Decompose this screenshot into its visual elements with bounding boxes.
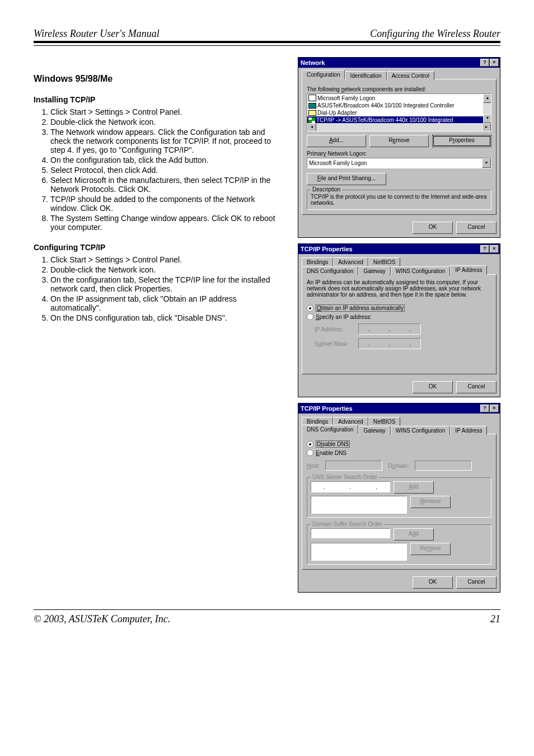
- tab-dns[interactable]: DNS Configuration: [302, 266, 358, 275]
- help-icon[interactable]: ?: [480, 245, 489, 253]
- dns-server-input: ...: [311, 481, 390, 492]
- step: Select Protocol, then click Add.: [50, 166, 281, 175]
- step: On the IP assignment tab, click "Obtain …: [50, 294, 281, 312]
- adapter-icon: [308, 103, 316, 109]
- rule-thick: [34, 41, 500, 43]
- network-dialog: Network ? × Configuration Identification…: [298, 57, 500, 238]
- host-label: Host:: [307, 463, 320, 469]
- step: The System Setting Change window appears…: [50, 214, 281, 232]
- scroll-down-icon[interactable]: ▾: [483, 114, 491, 123]
- ok-button[interactable]: OK: [413, 381, 453, 393]
- step: Click Start > Settings > Control Panel.: [50, 107, 281, 116]
- properties-button[interactable]: Properties: [432, 135, 491, 147]
- list-item[interactable]: Microsoft Family Logon: [307, 94, 491, 102]
- primary-logon-label: Primary Network Logon:: [307, 151, 491, 157]
- tcpip-ip-dialog: TCP/IP Properties ? × Bindings Advanced …: [298, 243, 500, 397]
- titlebar: TCP/IP Properties ? ×: [298, 244, 500, 254]
- titlebar: TCP/IP Properties ? ×: [298, 403, 500, 414]
- heading-os: Windows 95/98/Me: [34, 74, 281, 84]
- heading-install: Installing TCP/IP: [34, 95, 281, 104]
- description-text: TCP/IP is the protocol you use to connec…: [311, 194, 488, 206]
- remove-button[interactable]: Remove: [369, 135, 429, 147]
- tab-configuration[interactable]: Configuration: [302, 70, 345, 79]
- host-input: [325, 461, 382, 471]
- scrollbar-horizontal[interactable]: ◂ ▸: [307, 123, 491, 131]
- tab-dns[interactable]: DNS Configuration: [302, 425, 358, 434]
- add-button[interactable]: Add...: [307, 135, 366, 147]
- suffix-list: [311, 543, 407, 561]
- header-left: Wireless Router User's Manual: [34, 28, 160, 40]
- tab-wins[interactable]: WINS Configuration: [391, 426, 450, 435]
- radio-auto-ip[interactable]: [307, 305, 313, 312]
- dns-add-button: Add: [394, 481, 434, 494]
- tab-gateway[interactable]: Gateway: [358, 266, 390, 275]
- cancel-button[interactable]: Cancel: [456, 222, 496, 234]
- radio-specify-ip[interactable]: [307, 313, 313, 320]
- cancel-button[interactable]: Cancel: [456, 576, 496, 589]
- cancel-button[interactable]: Cancel: [456, 381, 496, 393]
- step: The Network window appears. Click the Co…: [50, 128, 281, 154]
- ok-button[interactable]: OK: [413, 576, 453, 589]
- step: Double-click the Network icon.: [50, 265, 281, 274]
- scrollbar-vertical[interactable]: ▴ ▾: [483, 94, 491, 123]
- radio-disable-dns[interactable]: [307, 441, 313, 448]
- components-listbox[interactable]: Microsoft Family Logon ASUSTeK/Broadcom …: [307, 93, 491, 132]
- dns-order-label: DNS Server Search Order: [311, 474, 379, 480]
- step: On the configuration tab, Select the TCP…: [50, 275, 281, 293]
- close-icon[interactable]: ×: [490, 59, 499, 67]
- tab-identification[interactable]: Identification: [345, 71, 386, 80]
- tab-wins[interactable]: WINS Configuration: [391, 266, 450, 275]
- radio-specify-ip-label: Specify an IP address:: [316, 314, 372, 320]
- tab-bindings[interactable]: Bindings: [302, 257, 333, 266]
- dropdown-icon[interactable]: ▾: [482, 158, 491, 168]
- heading-configure: Configuring TCP/IP: [34, 243, 281, 252]
- suffix-input: [311, 528, 390, 538]
- footer-copyright: © 2003, ASUSTeK Computer, Inc.: [34, 613, 170, 625]
- scroll-up-icon[interactable]: ▴: [483, 94, 491, 103]
- scroll-right-icon[interactable]: ▸: [482, 123, 491, 132]
- dialog-title: TCP/IP Properties: [301, 405, 353, 412]
- suffix-order-label: Domain Suffix Search Order: [311, 521, 384, 527]
- list-item[interactable]: ASUSTeK/Broadcom 440x 10/100 Integrated …: [307, 102, 491, 109]
- tab-netbios[interactable]: NetBIOS: [368, 417, 400, 426]
- close-icon[interactable]: ×: [490, 245, 499, 253]
- tab-advanced[interactable]: Advanced: [333, 257, 368, 266]
- list-item[interactable]: Dial-Up Adapter: [307, 109, 491, 116]
- step: Click Start > Settings > Control Panel.: [50, 255, 281, 264]
- close-icon[interactable]: ×: [490, 405, 499, 412]
- protocol-icon: [308, 118, 315, 123]
- header-right: Configuring the Wireless Router: [370, 28, 500, 40]
- primary-logon-combo[interactable]: Microsoft Family Logon ▾: [307, 158, 491, 168]
- dns-remove-button: Remove: [410, 496, 451, 508]
- help-icon[interactable]: ?: [480, 59, 489, 67]
- dns-server-list: [311, 496, 407, 514]
- tab-ip-address[interactable]: IP Address: [450, 426, 487, 435]
- subnet-mask-input: ...: [358, 338, 421, 349]
- file-print-sharing-button[interactable]: File and Print Sharing...: [307, 173, 386, 185]
- ip-address-label: IP Address:: [315, 326, 354, 332]
- components-caption: The following network components are ins…: [307, 86, 491, 92]
- domain-input: [415, 461, 472, 471]
- suffix-add-button: Add: [394, 528, 434, 541]
- ok-button[interactable]: OK: [413, 222, 453, 234]
- radio-disable-dns-label: Disable DNS: [316, 440, 350, 448]
- scroll-left-icon[interactable]: ◂: [307, 123, 316, 132]
- tab-netbios[interactable]: NetBIOS: [368, 257, 400, 266]
- step: On the configuration tab, click the Add …: [50, 156, 281, 165]
- step: Select Microsoft in the manufacturers, t…: [50, 176, 281, 194]
- help-icon[interactable]: ?: [480, 405, 489, 412]
- titlebar: Network ? ×: [298, 58, 500, 68]
- tab-gateway[interactable]: Gateway: [358, 426, 390, 435]
- body-text: Windows 95/98/Me Installing TCP/IP Click…: [34, 57, 281, 593]
- step: Double-click the Network icon.: [50, 118, 281, 126]
- dialog-title: Network: [301, 59, 325, 66]
- client-icon: [308, 95, 316, 101]
- subnet-mask-label: Subnet Mask:: [315, 341, 354, 347]
- radio-enable-dns[interactable]: [307, 449, 313, 456]
- radio-enable-dns-label: Enable DNS: [316, 450, 346, 456]
- tab-ip-address[interactable]: IP Address: [450, 265, 487, 275]
- tab-access-control[interactable]: Access Control: [387, 71, 434, 80]
- step: On the DNS configuration tab, click "Dis…: [50, 313, 281, 322]
- rule-thin: [34, 45, 500, 46]
- domain-label: Domain:: [388, 463, 409, 469]
